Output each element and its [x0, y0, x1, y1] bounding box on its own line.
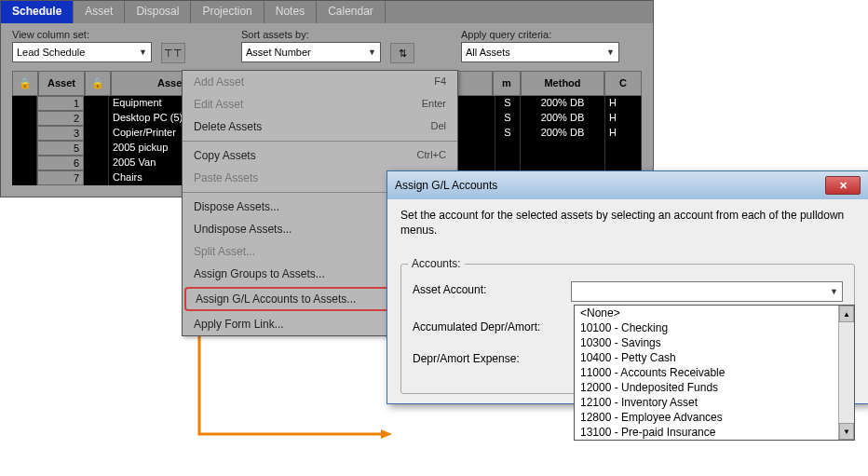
menu-item: Edit AssetEnter: [183, 93, 457, 116]
cell-lock: [84, 96, 109, 111]
cell-s: [495, 141, 521, 156]
cell-lock: [12, 126, 37, 141]
menu-item-label: Delete Assets: [194, 120, 262, 133]
asset-account-dropdown[interactable]: ▼: [571, 281, 843, 302]
cell-num: 7: [37, 170, 84, 185]
close-button[interactable]: ✕: [825, 176, 861, 195]
account-options-list: <None>10100 - Checking10300 - Savings104…: [574, 305, 855, 441]
dialog-title-text: Assign G/L Accounts: [395, 179, 497, 192]
menu-separator: [183, 141, 457, 142]
menu-item-label: Split Asset...: [194, 245, 255, 258]
scroll-down-icon[interactable]: ▼: [839, 423, 854, 440]
account-option[interactable]: 12800 - Employee Advances: [575, 410, 838, 425]
tab-schedule[interactable]: Schedule: [1, 1, 74, 23]
cell-lock: [84, 111, 109, 126]
cell-h: H: [605, 126, 642, 141]
view-column-dropdown[interactable]: Lead Schedule ▼: [12, 42, 152, 62]
cell-h: [605, 141, 642, 156]
cell-h: H: [605, 96, 642, 111]
col-lock-icon[interactable]: 🔒: [12, 71, 38, 96]
chevron-down-icon: ▼: [606, 48, 615, 57]
col-c[interactable]: C: [604, 71, 642, 96]
accounts-group-label: Accounts:: [408, 257, 465, 270]
col-asset-num[interactable]: Asset: [38, 71, 85, 96]
sort-value: Asset Number: [246, 47, 311, 58]
cell-method: [521, 141, 605, 156]
cell-method: [521, 156, 605, 170]
menu-item-shortcut: Ctrl+C: [417, 149, 446, 162]
sort-dropdown[interactable]: Asset Number ▼: [241, 42, 381, 62]
scroll-up-icon[interactable]: ▲: [839, 306, 854, 322]
cell-lock: [12, 156, 37, 170]
cell-num: 3: [37, 126, 84, 141]
cell-lock: [84, 126, 109, 141]
tab-calendar[interactable]: Calendar: [317, 1, 386, 23]
cell-lock: [12, 170, 37, 185]
menu-item-label: Paste Assets: [194, 171, 258, 184]
filter-icon[interactable]: ⊤⊤: [161, 43, 185, 63]
menu-item-label: Dispose Assets...: [194, 200, 279, 213]
dialog-titlebar[interactable]: Assign G/L Accounts ✕: [387, 171, 868, 199]
accum-depr-label: Accumulated Depr/Amort:: [413, 319, 562, 333]
svg-marker-0: [381, 429, 392, 439]
menu-item-label: Apply Form Link...: [194, 318, 284, 331]
account-option[interactable]: 10400 - Petty Cash: [575, 350, 838, 365]
cell-lock: [84, 156, 109, 170]
col-method[interactable]: Method: [521, 71, 604, 96]
asset-account-label: Asset Account:: [413, 281, 562, 296]
query-label: Apply query criteria:: [461, 29, 619, 40]
menu-item-shortcut: Del: [430, 120, 446, 133]
query-dropdown[interactable]: All Assets ▼: [461, 42, 619, 62]
account-option[interactable]: 10100 - Checking: [575, 320, 838, 335]
view-column-value: Lead Schedule: [17, 47, 85, 58]
cell-lock: [12, 111, 37, 126]
menu-item-shortcut: F4: [434, 75, 446, 88]
cell-lock: [84, 170, 109, 185]
chevron-down-icon: ▼: [139, 48, 147, 57]
account-option[interactable]: 12100 - Inventory Asset: [575, 395, 838, 410]
sort-order-icon[interactable]: ⇅: [390, 43, 414, 63]
chevron-down-icon: ▼: [368, 48, 376, 57]
cell-lock: [12, 141, 37, 156]
dialog-instruction: Set the account for the selected assets …: [400, 209, 855, 238]
col-m[interactable]: m: [493, 71, 521, 96]
tab-disposal[interactable]: Disposal: [125, 1, 191, 23]
cell-num: 6: [37, 156, 84, 170]
scroll-track[interactable]: [839, 322, 854, 423]
controls-row: View column set: Lead Schedule ▼ ⊤⊤ Sort…: [1, 23, 653, 65]
menu-item-shortcut: Enter: [422, 98, 446, 111]
cell-s: S: [495, 111, 521, 126]
account-option[interactable]: 11000 - Accounts Receivable: [575, 365, 838, 380]
menu-item-label: Undispose Assets...: [194, 223, 292, 236]
account-option[interactable]: 10300 - Savings: [575, 335, 838, 350]
cell-s: S: [495, 126, 521, 141]
query-value: All Assets: [466, 47, 510, 58]
cell-lock: [84, 141, 109, 156]
cell-lock: [12, 96, 37, 111]
chevron-down-icon: ▼: [830, 287, 838, 296]
tab-projection[interactable]: Projection: [191, 1, 264, 23]
account-option[interactable]: 13100 - Pre-paid Insurance: [575, 425, 838, 440]
menu-item-label: Assign G/L Accounts to Assets...: [196, 292, 356, 306]
menu-item-label: Assign Groups to Assets...: [194, 267, 325, 280]
scrollbar[interactable]: ▲ ▼: [838, 306, 854, 440]
account-option[interactable]: <None>: [575, 306, 838, 320]
tab-notes[interactable]: Notes: [264, 1, 317, 23]
account-option[interactable]: 12000 - Undeposited Funds: [575, 380, 838, 395]
cell-method: 200% DB: [521, 96, 605, 111]
depr-expense-label: Depr/Amort Expense:: [413, 350, 562, 365]
menu-item[interactable]: Delete AssetsDel: [183, 116, 457, 138]
tab-asset[interactable]: Asset: [74, 1, 125, 23]
col-lock-icon[interactable]: 🔒: [85, 71, 111, 96]
menu-item[interactable]: Copy AssetsCtrl+C: [183, 144, 457, 167]
cell-h: [605, 156, 642, 170]
cell-method: 200% DB: [521, 111, 605, 126]
tab-bar: Schedule Asset Disposal Projection Notes…: [1, 1, 653, 23]
cell-s: S: [495, 96, 521, 111]
dialog-body: Set the account for the selected assets …: [387, 199, 868, 403]
cell-method: 200% DB: [521, 126, 605, 141]
cell-s: [495, 156, 521, 170]
cell-num: 5: [37, 141, 84, 156]
cell-h: H: [605, 111, 642, 126]
menu-item: Add AssetF4: [183, 71, 457, 93]
